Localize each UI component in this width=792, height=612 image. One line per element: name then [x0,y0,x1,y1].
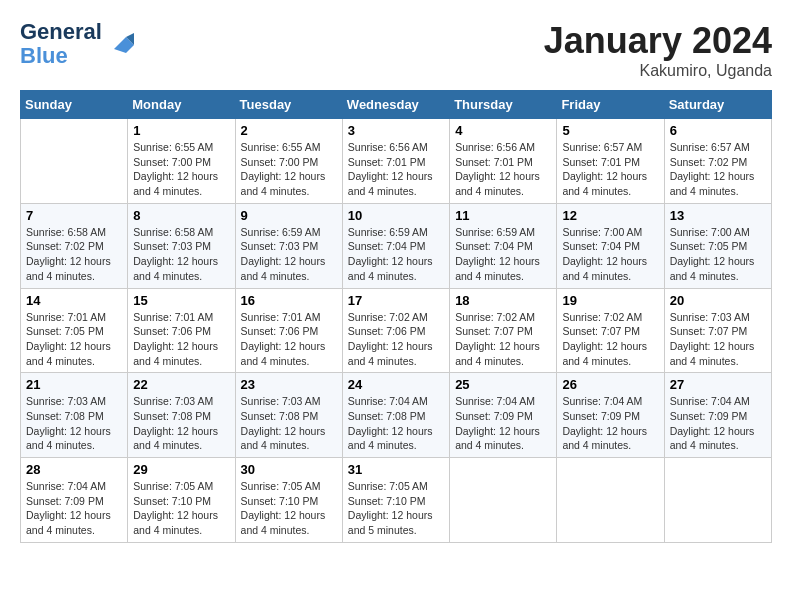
calendar-cell: 4Sunrise: 6:56 AMSunset: 7:01 PMDaylight… [450,119,557,204]
calendar-cell [664,458,771,543]
calendar-cell: 17Sunrise: 7:02 AMSunset: 7:06 PMDayligh… [342,288,449,373]
day-info: Sunrise: 7:05 AMSunset: 7:10 PMDaylight:… [241,479,337,538]
calendar-week-4: 21Sunrise: 7:03 AMSunset: 7:08 PMDayligh… [21,373,772,458]
calendar-cell: 26Sunrise: 7:04 AMSunset: 7:09 PMDayligh… [557,373,664,458]
day-info: Sunrise: 7:02 AMSunset: 7:07 PMDaylight:… [562,310,658,369]
day-number: 15 [133,293,229,308]
day-info: Sunrise: 7:03 AMSunset: 7:08 PMDaylight:… [241,394,337,453]
calendar-cell: 25Sunrise: 7:04 AMSunset: 7:09 PMDayligh… [450,373,557,458]
logo: GeneralBlue [20,20,136,68]
day-number: 16 [241,293,337,308]
day-info: Sunrise: 6:56 AMSunset: 7:01 PMDaylight:… [455,140,551,199]
calendar-cell: 20Sunrise: 7:03 AMSunset: 7:07 PMDayligh… [664,288,771,373]
day-info: Sunrise: 7:04 AMSunset: 7:08 PMDaylight:… [348,394,444,453]
day-info: Sunrise: 6:59 AMSunset: 7:04 PMDaylight:… [348,225,444,284]
logo-text: GeneralBlue [20,20,102,68]
day-info: Sunrise: 6:55 AMSunset: 7:00 PMDaylight:… [133,140,229,199]
day-info: Sunrise: 6:59 AMSunset: 7:03 PMDaylight:… [241,225,337,284]
calendar-week-1: 1Sunrise: 6:55 AMSunset: 7:00 PMDaylight… [21,119,772,204]
calendar-cell: 21Sunrise: 7:03 AMSunset: 7:08 PMDayligh… [21,373,128,458]
calendar-cell: 11Sunrise: 6:59 AMSunset: 7:04 PMDayligh… [450,203,557,288]
calendar-cell: 23Sunrise: 7:03 AMSunset: 7:08 PMDayligh… [235,373,342,458]
day-number: 7 [26,208,122,223]
day-number: 25 [455,377,551,392]
day-info: Sunrise: 7:04 AMSunset: 7:09 PMDaylight:… [26,479,122,538]
day-number: 19 [562,293,658,308]
day-number: 2 [241,123,337,138]
day-number: 17 [348,293,444,308]
calendar-cell: 3Sunrise: 6:56 AMSunset: 7:01 PMDaylight… [342,119,449,204]
calendar-cell: 19Sunrise: 7:02 AMSunset: 7:07 PMDayligh… [557,288,664,373]
calendar-cell: 13Sunrise: 7:00 AMSunset: 7:05 PMDayligh… [664,203,771,288]
calendar-cell: 18Sunrise: 7:02 AMSunset: 7:07 PMDayligh… [450,288,557,373]
calendar-cell: 28Sunrise: 7:04 AMSunset: 7:09 PMDayligh… [21,458,128,543]
day-info: Sunrise: 7:02 AMSunset: 7:07 PMDaylight:… [455,310,551,369]
day-number: 4 [455,123,551,138]
day-info: Sunrise: 6:58 AMSunset: 7:03 PMDaylight:… [133,225,229,284]
day-number: 13 [670,208,766,223]
calendar-cell: 9Sunrise: 6:59 AMSunset: 7:03 PMDaylight… [235,203,342,288]
day-number: 26 [562,377,658,392]
day-info: Sunrise: 7:05 AMSunset: 7:10 PMDaylight:… [133,479,229,538]
day-number: 11 [455,208,551,223]
day-number: 18 [455,293,551,308]
calendar-table: SundayMondayTuesdayWednesdayThursdayFrid… [20,90,772,543]
col-header-thursday: Thursday [450,91,557,119]
day-number: 9 [241,208,337,223]
calendar-cell: 7Sunrise: 6:58 AMSunset: 7:02 PMDaylight… [21,203,128,288]
day-number: 23 [241,377,337,392]
day-info: Sunrise: 7:01 AMSunset: 7:05 PMDaylight:… [26,310,122,369]
day-info: Sunrise: 6:57 AMSunset: 7:02 PMDaylight:… [670,140,766,199]
calendar-cell: 24Sunrise: 7:04 AMSunset: 7:08 PMDayligh… [342,373,449,458]
day-info: Sunrise: 7:03 AMSunset: 7:07 PMDaylight:… [670,310,766,369]
col-header-saturday: Saturday [664,91,771,119]
calendar-cell: 22Sunrise: 7:03 AMSunset: 7:08 PMDayligh… [128,373,235,458]
day-number: 3 [348,123,444,138]
day-info: Sunrise: 6:58 AMSunset: 7:02 PMDaylight:… [26,225,122,284]
day-info: Sunrise: 7:04 AMSunset: 7:09 PMDaylight:… [455,394,551,453]
calendar-cell: 14Sunrise: 7:01 AMSunset: 7:05 PMDayligh… [21,288,128,373]
calendar-cell [450,458,557,543]
day-info: Sunrise: 7:02 AMSunset: 7:06 PMDaylight:… [348,310,444,369]
calendar-cell: 1Sunrise: 6:55 AMSunset: 7:00 PMDaylight… [128,119,235,204]
day-info: Sunrise: 6:56 AMSunset: 7:01 PMDaylight:… [348,140,444,199]
location: Kakumiro, Uganda [544,62,772,80]
calendar-cell: 6Sunrise: 6:57 AMSunset: 7:02 PMDaylight… [664,119,771,204]
day-number: 12 [562,208,658,223]
day-info: Sunrise: 7:04 AMSunset: 7:09 PMDaylight:… [670,394,766,453]
day-info: Sunrise: 7:05 AMSunset: 7:10 PMDaylight:… [348,479,444,538]
month-title: January 2024 [544,20,772,62]
calendar-week-3: 14Sunrise: 7:01 AMSunset: 7:05 PMDayligh… [21,288,772,373]
col-header-monday: Monday [128,91,235,119]
calendar-cell: 5Sunrise: 6:57 AMSunset: 7:01 PMDaylight… [557,119,664,204]
day-number: 8 [133,208,229,223]
calendar-week-5: 28Sunrise: 7:04 AMSunset: 7:09 PMDayligh… [21,458,772,543]
col-header-sunday: Sunday [21,91,128,119]
day-info: Sunrise: 7:04 AMSunset: 7:09 PMDaylight:… [562,394,658,453]
day-number: 24 [348,377,444,392]
col-header-wednesday: Wednesday [342,91,449,119]
day-number: 20 [670,293,766,308]
day-info: Sunrise: 6:55 AMSunset: 7:00 PMDaylight:… [241,140,337,199]
day-info: Sunrise: 7:00 AMSunset: 7:04 PMDaylight:… [562,225,658,284]
logo-blue: Blue [20,43,68,68]
day-number: 1 [133,123,229,138]
day-info: Sunrise: 7:01 AMSunset: 7:06 PMDaylight:… [133,310,229,369]
day-info: Sunrise: 7:00 AMSunset: 7:05 PMDaylight:… [670,225,766,284]
day-number: 14 [26,293,122,308]
calendar-cell [557,458,664,543]
day-info: Sunrise: 6:57 AMSunset: 7:01 PMDaylight:… [562,140,658,199]
day-number: 29 [133,462,229,477]
calendar-cell [21,119,128,204]
col-header-friday: Friday [557,91,664,119]
day-number: 5 [562,123,658,138]
title-block: January 2024 Kakumiro, Uganda [544,20,772,80]
calendar-cell: 8Sunrise: 6:58 AMSunset: 7:03 PMDaylight… [128,203,235,288]
calendar-cell: 16Sunrise: 7:01 AMSunset: 7:06 PMDayligh… [235,288,342,373]
day-number: 21 [26,377,122,392]
day-number: 27 [670,377,766,392]
calendar-cell: 15Sunrise: 7:01 AMSunset: 7:06 PMDayligh… [128,288,235,373]
day-info: Sunrise: 6:59 AMSunset: 7:04 PMDaylight:… [455,225,551,284]
calendar-cell: 2Sunrise: 6:55 AMSunset: 7:00 PMDaylight… [235,119,342,204]
col-header-tuesday: Tuesday [235,91,342,119]
